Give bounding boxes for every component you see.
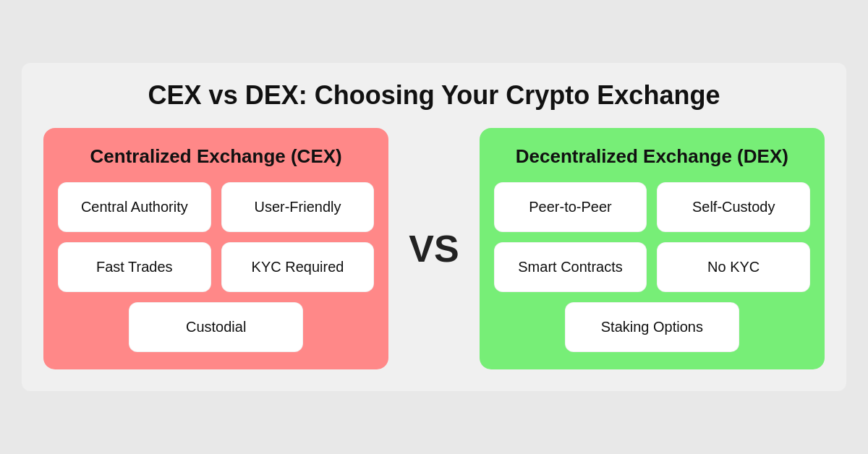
dex-card-no-kyc: No KYC bbox=[657, 242, 810, 292]
dex-panel-title: Decentralized Exchange (DEX) bbox=[516, 145, 788, 168]
dex-card-peer-to-peer: Peer-to-Peer bbox=[494, 182, 647, 232]
cex-cards-grid: Central Authority User-Friendly Fast Tra… bbox=[58, 182, 374, 352]
dex-card-self-custody: Self-Custody bbox=[657, 182, 810, 232]
cex-card-fast-trades: Fast Trades bbox=[58, 242, 211, 292]
dex-card-staking-options: Staking Options bbox=[565, 302, 739, 352]
cex-card-kyc-required: KYC Required bbox=[221, 242, 375, 292]
vs-badge: VS bbox=[396, 230, 472, 267]
page-wrapper: CEX vs DEX: Choosing Your Crypto Exchang… bbox=[22, 63, 846, 391]
cex-card-central-authority: Central Authority bbox=[58, 182, 211, 232]
dex-card-smart-contracts: Smart Contracts bbox=[494, 242, 647, 292]
dex-cards-grid: Peer-to-Peer Self-Custody Smart Contract… bbox=[494, 182, 810, 352]
cex-card-user-friendly: User-Friendly bbox=[221, 182, 375, 232]
cex-panel-title: Centralized Exchange (CEX) bbox=[90, 145, 342, 168]
cex-card-custodial: Custodial bbox=[129, 302, 303, 352]
comparison-row: Centralized Exchange (CEX) Central Autho… bbox=[43, 128, 825, 369]
main-title: CEX vs DEX: Choosing Your Crypto Exchang… bbox=[148, 80, 720, 111]
cex-panel: Centralized Exchange (CEX) Central Autho… bbox=[43, 128, 388, 369]
dex-panel: Decentralized Exchange (DEX) Peer-to-Pee… bbox=[480, 128, 825, 369]
